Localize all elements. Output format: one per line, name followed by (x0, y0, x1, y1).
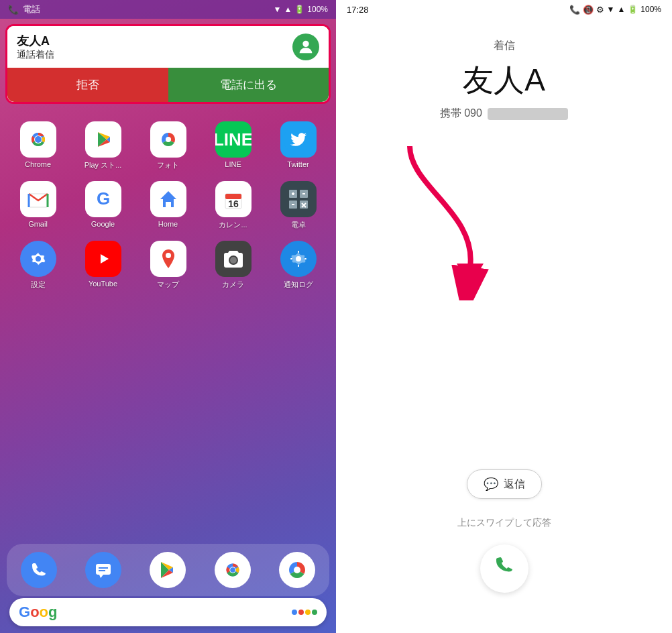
status-icons-right: 📞 📵 ⚙ ▼ ▲ 🔋 100% (569, 5, 661, 15)
svg-point-11 (166, 137, 171, 142)
app-maps[interactable]: マップ (137, 237, 199, 294)
voip-icon: 📵 (583, 5, 594, 15)
reply-icon: 💬 (484, 477, 498, 492)
status-bar-right: 17:28 📞 📵 ⚙ ▼ ▲ 🔋 100% (336, 0, 672, 19)
svg-point-39 (230, 257, 237, 264)
svg-rect-45 (304, 258, 306, 260)
app-calculator[interactable]: 電卓 (267, 177, 329, 234)
svg-text:G: G (96, 188, 109, 209)
app-home[interactable]: Home (137, 177, 199, 234)
svg-rect-44 (290, 258, 292, 260)
settings-icon (20, 241, 56, 277)
battery-icon: 🔋 (294, 5, 304, 14)
search-bar[interactable]: Goog (9, 598, 327, 626)
signal-icon: ▲ (284, 5, 292, 14)
call-answer-button[interactable] (480, 544, 528, 593)
notification-call-status: 通話着信 (17, 49, 292, 61)
phone-left: 📞 電話 ▼ ▲ 🔋 100% 友人A 通話着信 拒否 電話に出 (0, 0, 336, 633)
call-screen: 着信 友人A 携帯 090 💬 返信 上にスワイプして応答 (336, 19, 672, 633)
photos-label: フォト (157, 160, 179, 170)
camera-label: カメラ (222, 280, 244, 290)
dock-photos[interactable] (272, 549, 322, 591)
svg-rect-42 (298, 251, 299, 253)
svg-point-37 (166, 253, 171, 258)
swipe-hint: 上にスワイプして応答 (457, 517, 551, 529)
reply-button[interactable]: 💬 返信 (467, 469, 542, 499)
app-youtube[interactable]: YouTube (72, 237, 134, 294)
caller-number: 携帯 090 (440, 107, 569, 121)
app-gmail[interactable]: Gmail (7, 177, 69, 234)
wifi-icon-right: ▼ (607, 5, 615, 14)
reject-button[interactable]: 拒否 (7, 68, 168, 102)
google-icon: G (85, 181, 121, 217)
signal-icon-right: ▲ (617, 5, 625, 14)
calendar-label: カレン... (219, 220, 247, 230)
maps-icon (150, 241, 186, 277)
phone-right: 17:28 📞 📵 ⚙ ▼ ▲ 🔋 100% 着信 友人A 携帯 090 (336, 0, 672, 633)
svg-point-41 (296, 256, 301, 262)
dock-chrome[interactable] (208, 549, 258, 591)
caller-name-display: 友人A (463, 60, 545, 101)
app-photos[interactable]: フォト (137, 117, 199, 174)
dock-messages[interactable] (78, 549, 128, 591)
youtube-icon (85, 241, 121, 277)
app-twitter[interactable]: Twitter (267, 117, 329, 174)
twitter-label: Twitter (287, 160, 309, 168)
gmail-label: Gmail (28, 220, 48, 228)
dock-phone[interactable] (14, 549, 64, 591)
app-grid-row1: Chrome Play スト... (0, 109, 336, 302)
svg-point-33 (36, 256, 41, 262)
dock-play-store-icon (150, 552, 186, 588)
app-calendar[interactable]: 16 カレン... (202, 177, 264, 234)
status-time: 17:28 (347, 5, 369, 15)
incoming-label: 着信 (494, 39, 515, 53)
app-play-store[interactable]: Play スト... (72, 117, 134, 174)
dock-phone-icon (21, 552, 57, 588)
google-assistant-dots (292, 610, 317, 615)
dock (7, 544, 329, 596)
calendar-icon: 16 (215, 181, 251, 217)
svg-point-58 (294, 567, 300, 573)
svg-rect-43 (298, 265, 299, 267)
notification-actions: 拒否 電話に出る (7, 68, 329, 102)
notification-caller-name: 友人A (17, 33, 292, 49)
phone-handset-icon (492, 554, 516, 583)
home-label: Home (158, 220, 178, 228)
notify-icon (280, 241, 317, 277)
app-google[interactable]: G Google (72, 177, 134, 234)
settings-label: 設定 (31, 280, 46, 290)
call-icon: 📞 (569, 5, 580, 15)
dock-photos-icon (279, 552, 315, 588)
battery-icon-right: 🔋 (628, 5, 638, 14)
google-label: Google (91, 220, 115, 228)
twitter-icon (280, 121, 317, 158)
play-store-icon (85, 121, 121, 158)
app-line[interactable]: LINE LINE (202, 117, 264, 174)
svg-rect-46 (96, 564, 111, 575)
svg-marker-60 (457, 264, 484, 287)
camera-icon (215, 241, 251, 277)
number-blur (488, 108, 568, 120)
svg-point-4 (35, 136, 42, 143)
gmail-icon (20, 181, 56, 217)
app-settings[interactable]: 設定 (7, 237, 69, 294)
red-arrow (370, 133, 504, 300)
notification-card: 友人A 通話着信 拒否 電話に出る (5, 24, 331, 104)
answer-button[interactable]: 電話に出る (168, 68, 329, 102)
app-camera[interactable]: カメラ (202, 237, 264, 294)
svg-text:16: 16 (228, 198, 239, 209)
app-chrome[interactable]: Chrome (7, 117, 69, 174)
phone-label: 電話 (23, 3, 40, 15)
chrome-label: Chrome (25, 160, 51, 168)
battery-text: 100% (307, 5, 328, 14)
photos-icon (150, 121, 186, 158)
google-logo: Goog (19, 603, 57, 621)
dock-messages-icon (85, 552, 121, 588)
svg-point-0 (302, 41, 309, 47)
app-notify[interactable]: 通知ログ (267, 237, 329, 294)
youtube-label: YouTube (89, 280, 117, 288)
dock-play-store[interactable] (143, 549, 192, 591)
maps-label: マップ (157, 280, 179, 290)
play-store-label: Play スト... (85, 160, 122, 170)
calc-icon (280, 181, 317, 217)
